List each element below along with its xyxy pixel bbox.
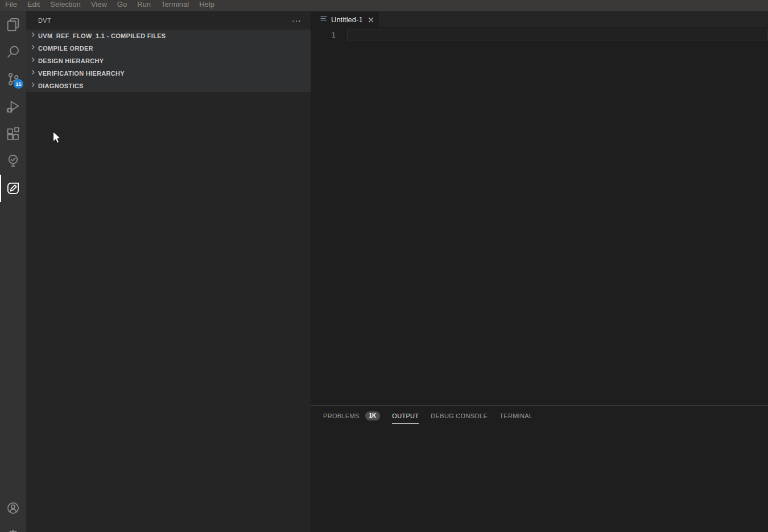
- mouse-cursor: [52, 131, 63, 149]
- panel-tab-output[interactable]: OUTPUT: [392, 413, 419, 419]
- source-control-badge: 15: [14, 79, 23, 89]
- vscode-window: File Edit Selection View Go Run Terminal…: [0, 0, 768, 532]
- sidebar-title: DVT: [38, 17, 292, 24]
- menu-terminal[interactable]: Terminal: [156, 0, 194, 9]
- menu-run[interactable]: Run: [132, 0, 156, 9]
- section-label: DIAGNOSTICS: [38, 83, 84, 89]
- editor-area[interactable]: 1: [311, 27, 768, 405]
- activity-linter[interactable]: [0, 147, 26, 175]
- section-label: VERIFICATION HIERARCHY: [38, 70, 125, 77]
- sidebar: DVT ··· UVM_REF_FLOW_1.1 - COMPILED FILE…: [26, 11, 311, 532]
- menu-edit[interactable]: Edit: [22, 0, 45, 9]
- extensions-icon: [6, 126, 20, 141]
- activity-search[interactable]: [0, 38, 26, 65]
- files-icon: [6, 17, 20, 32]
- chevron-right-icon: [28, 68, 38, 79]
- panel-tab-bar: PROBLEMS 1K OUTPUT DEBUG CONSOLE TERMINA…: [311, 406, 768, 426]
- tab-bar: Untitled-1: [311, 11, 768, 27]
- tree-check-icon: [6, 154, 20, 168]
- search-icon: [6, 44, 20, 59]
- tab-label: Untitled-1: [331, 15, 363, 24]
- editor-group: Untitled-1 1: [311, 11, 768, 405]
- account-icon: [6, 501, 20, 515]
- close-icon[interactable]: [368, 17, 374, 23]
- gear-icon: ⚙: [6, 522, 19, 532]
- section-label: COMPILE ORDER: [38, 45, 93, 52]
- section-design-hierarchy[interactable]: DESIGN HIERARCHY: [26, 55, 311, 67]
- menu-go[interactable]: Go: [112, 0, 132, 9]
- menu-bar: File Edit Selection View Go Run Terminal…: [0, 0, 768, 11]
- problems-count-badge: 1K: [365, 411, 381, 420]
- chevron-right-icon: [28, 43, 38, 54]
- panel-tab-debug-console[interactable]: DEBUG CONSOLE: [431, 413, 488, 419]
- dvt-pencil-icon: [6, 181, 20, 196]
- current-line-highlight: [347, 30, 768, 40]
- menu-file[interactable]: File: [0, 0, 22, 9]
- section-compile-order[interactable]: COMPILE ORDER: [26, 42, 311, 55]
- bottom-panel: PROBLEMS 1K OUTPUT DEBUG CONSOLE TERMINA…: [311, 405, 768, 532]
- activity-source-control[interactable]: 15: [0, 65, 26, 93]
- sidebar-header: DVT ···: [26, 11, 311, 30]
- panel-tab-label: DEBUG CONSOLE: [431, 413, 488, 419]
- section-label: DESIGN HIERARCHY: [38, 57, 104, 64]
- chevron-right-icon: [28, 80, 38, 92]
- activity-dvt[interactable]: [0, 175, 26, 202]
- tab-untitled-1[interactable]: Untitled-1: [311, 12, 379, 27]
- activity-explorer[interactable]: [0, 11, 26, 38]
- panel-content[interactable]: [311, 426, 768, 532]
- menu-selection[interactable]: Selection: [45, 0, 85, 9]
- chevron-right-icon: [28, 30, 38, 42]
- panel-tab-label: TERMINAL: [499, 413, 532, 419]
- section-verification-hierarchy[interactable]: VERIFICATION HIERARCHY: [26, 67, 311, 80]
- panel-tab-problems[interactable]: PROBLEMS 1K: [323, 411, 380, 420]
- more-actions-icon[interactable]: ···: [292, 16, 302, 25]
- panel-tab-terminal[interactable]: TERMINAL: [499, 413, 532, 419]
- panel-tab-label: OUTPUT: [392, 413, 419, 419]
- menu-view[interactable]: View: [86, 0, 112, 9]
- activity-account[interactable]: [0, 494, 26, 522]
- activity-run-debug[interactable]: [0, 93, 26, 120]
- section-diagnostics[interactable]: DIAGNOSTICS: [26, 80, 311, 92]
- panel-tab-label: PROBLEMS: [323, 413, 360, 419]
- section-compiled-files[interactable]: UVM_REF_FLOW_1.1 - COMPILED FILES: [26, 30, 311, 42]
- activity-bar: 15: [0, 11, 26, 532]
- menu-help[interactable]: Help: [194, 0, 220, 9]
- file-icon: [320, 15, 328, 25]
- chevron-right-icon: [28, 55, 38, 67]
- section-label: UVM_REF_FLOW_1.1 - COMPILED FILES: [38, 32, 166, 39]
- line-number: 1: [311, 30, 336, 40]
- activity-extensions[interactable]: [0, 120, 26, 147]
- run-debug-icon: [6, 99, 20, 114]
- activity-settings[interactable]: ⚙: [0, 522, 26, 532]
